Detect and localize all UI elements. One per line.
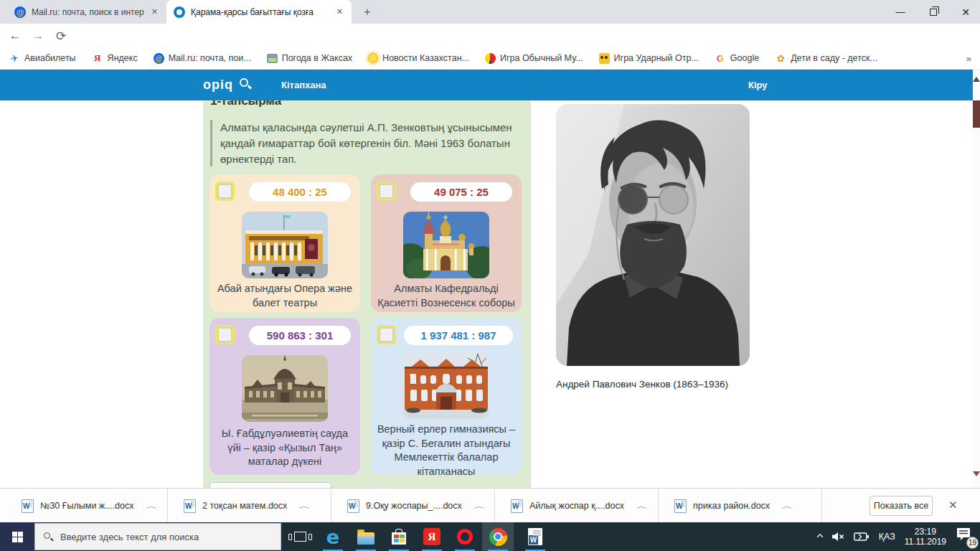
nav-login-link[interactable]: Кіру <box>748 80 768 90</box>
answer-card-gymnasium: 1 937 481 : 987 Верный ерлер гимназиясы … <box>371 318 522 475</box>
yandex-icon: Я <box>423 528 440 545</box>
hidden-icons-caret[interactable]: ^ <box>816 532 823 542</box>
keyboard-language[interactable]: ҚАЗ <box>879 532 895 542</box>
window-restore-button[interactable] <box>919 0 948 24</box>
back-icon[interactable]: ← <box>6 27 24 45</box>
download-item[interactable]: Айлық жоспар қ....docx︿ <box>504 489 646 523</box>
kids-icon: ✿ <box>775 52 786 64</box>
yandex-taskbar-button[interactable]: Я <box>416 522 448 551</box>
show-all-downloads-button[interactable]: Показать все <box>870 496 933 516</box>
close-icon[interactable]: ✕ <box>150 7 159 17</box>
card-caption: Ы. Ғабдұлуәлиевтің сауда үйі – қазір «Қы… <box>215 427 354 469</box>
tab-title: Қарама-қарсы бағыттағы қозға <box>191 7 329 17</box>
date-text: 11.11.2019 <box>905 537 946 547</box>
yandex-icon: Я <box>92 52 103 64</box>
bookmarks-overflow-icon[interactable]: » <box>966 53 971 64</box>
edge-taskbar-button[interactable]: e <box>317 522 349 551</box>
page-content: 1-тапсырма Алматы қаласында сәулетші А.П… <box>0 100 973 488</box>
answer-checkbox[interactable] <box>217 184 232 199</box>
google-g-icon: G <box>715 52 726 64</box>
download-item[interactable]: 9.Оқу жоспары_....docx︿ <box>340 489 484 523</box>
downloads-bar: №30 Ғылыми ж....docx︿ 2 тоқсан матем.doc… <box>0 488 980 522</box>
answer-checkbox[interactable] <box>217 327 232 342</box>
taskbar-search-input[interactable]: Введите здесь текст для поиска <box>34 523 281 550</box>
scroll-up-icon[interactable] <box>973 77 980 82</box>
time-text: 23:19 <box>915 527 936 537</box>
tab-opiq-active[interactable]: Қарама-қарсы бағыттағы қозға ✕ <box>166 0 352 24</box>
chevron-up-icon[interactable]: ︿ <box>782 501 793 512</box>
bookmark-label: Игра Обычный Му... <box>500 53 583 63</box>
bookmark-label: Авиабилеты <box>24 53 76 63</box>
answer-card-trading-house: 590 863 : 301 Ы. Ғабдұлуәлиевтің сауда ү… <box>209 318 360 475</box>
download-item[interactable]: 2 тоқсан матем.docx︿ <box>176 489 308 523</box>
download-filename: 2 тоқсан матем.docx <box>202 501 287 511</box>
word-doc-icon <box>22 499 34 513</box>
chevron-up-icon[interactable]: ︿ <box>146 501 156 512</box>
chevron-up-icon[interactable]: ︿ <box>474 501 485 512</box>
opiq-logo[interactable]: opiq <box>203 77 233 93</box>
answer-card-opera: 48 400 : 25 Абай атындағы Опера және бал… <box>209 174 360 312</box>
divider <box>494 489 495 523</box>
expression-pill[interactable]: 590 863 : 301 <box>249 326 351 345</box>
bookmark-yandex[interactable]: ЯЯндекс <box>92 52 138 64</box>
opera-taskbar-button[interactable] <box>449 522 481 551</box>
bookmark-novosti[interactable]: Новости Казахстан... <box>368 53 469 63</box>
browser-tab-strip: @ Mail.ru: почта, поиск в интернет ✕ Қар… <box>0 0 980 24</box>
download-item[interactable]: приказ район.docx︿ <box>667 489 791 523</box>
bookmark-pogoda[interactable]: Погода в Жаксах <box>267 53 352 63</box>
answer-checkbox[interactable] <box>379 184 394 199</box>
card-caption: Алматы Кафедральді Қасиетті Вознесенск с… <box>377 282 516 310</box>
word-icon <box>528 528 542 545</box>
download-item[interactable]: №30 Ғылыми ж....docx︿ <box>14 489 156 523</box>
answer-checkbox[interactable] <box>379 327 394 342</box>
bookmark-mailru[interactable]: @Mail.ru: почта, пои... <box>154 53 251 64</box>
exercise-heading-clipped: 1-тапсырма <box>210 100 512 109</box>
search-icon[interactable] <box>240 78 252 90</box>
scroll-down-icon[interactable] <box>973 471 980 476</box>
window-minimize-button[interactable]: — <box>886 0 915 24</box>
bookmark-google[interactable]: GGoogle <box>715 52 759 64</box>
reload-icon[interactable]: ⟳ <box>52 27 70 45</box>
battery-icon[interactable] <box>854 532 870 541</box>
task-view-button[interactable] <box>284 522 316 551</box>
opiq-nav-bar: opiq Кітапхана Кіру <box>0 70 973 100</box>
volume-muted-icon[interactable] <box>831 532 844 542</box>
page-scrollbar[interactable] <box>973 70 980 488</box>
system-tray: ^ ҚАЗ 23:1911.11.2019 19 <box>818 522 977 551</box>
scrollbar-thumb[interactable] <box>973 100 980 128</box>
chrome-taskbar-button[interactable] <box>482 522 514 551</box>
window-close-button[interactable]: ✕ <box>951 0 980 24</box>
explorer-taskbar-button[interactable] <box>350 522 382 551</box>
edge-icon: e <box>326 527 339 547</box>
mailru-at-icon: @ <box>154 53 164 64</box>
divider <box>167 489 168 523</box>
new-tab-button[interactable]: + <box>359 4 376 22</box>
ascension-cathedral-photo <box>403 212 489 278</box>
nav-library-link[interactable]: Кітапхана <box>281 80 326 90</box>
close-downloads-icon[interactable]: ✕ <box>948 499 958 512</box>
bookmark-aviabilety[interactable]: ✈Авиабилеты <box>9 52 76 64</box>
opera-theatre-photo <box>242 212 328 278</box>
start-button[interactable] <box>0 522 34 551</box>
chevron-up-icon[interactable]: ︿ <box>636 501 647 512</box>
bookmark-deti[interactable]: ✿Дети в саду - детск... <box>775 52 877 64</box>
expression-pill[interactable]: 48 400 : 25 <box>249 182 351 202</box>
answer-card-cathedral: 49 075 : 25 Алматы Кафедральді Қасиетті … <box>371 174 522 312</box>
forward-icon[interactable]: → <box>29 27 47 45</box>
bookmark-igra1[interactable]: Игра Обычный Му... <box>485 53 583 64</box>
tab-mailru[interactable]: @ Mail.ru: почта, поиск в интернет ✕ <box>7 0 166 24</box>
bookmark-igra2[interactable]: Игра Ударный Отр... <box>599 53 699 64</box>
action-center-button[interactable]: 19 <box>956 527 977 546</box>
store-taskbar-button[interactable] <box>383 522 415 551</box>
word-taskbar-button[interactable] <box>519 522 551 551</box>
search-placeholder: Введите здесь текст для поиска <box>60 532 199 542</box>
exercise-panel: 1-тапсырма Алматы қаласында сәулетші А.П… <box>203 100 531 488</box>
expression-pill[interactable]: 49 075 : 25 <box>410 182 512 202</box>
card-caption: Верный ерлер гимназиясы – қазір С. Бегал… <box>377 423 516 479</box>
close-icon[interactable]: ✕ <box>335 7 344 17</box>
chevron-up-icon[interactable]: ︿ <box>299 501 310 512</box>
expression-pill[interactable]: 1 937 481 : 987 <box>404 326 513 345</box>
opera-icon <box>457 529 473 545</box>
tab-title: Mail.ru: почта, поиск в интернет <box>32 7 144 17</box>
taskbar-clock[interactable]: 23:1911.11.2019 <box>905 527 946 547</box>
